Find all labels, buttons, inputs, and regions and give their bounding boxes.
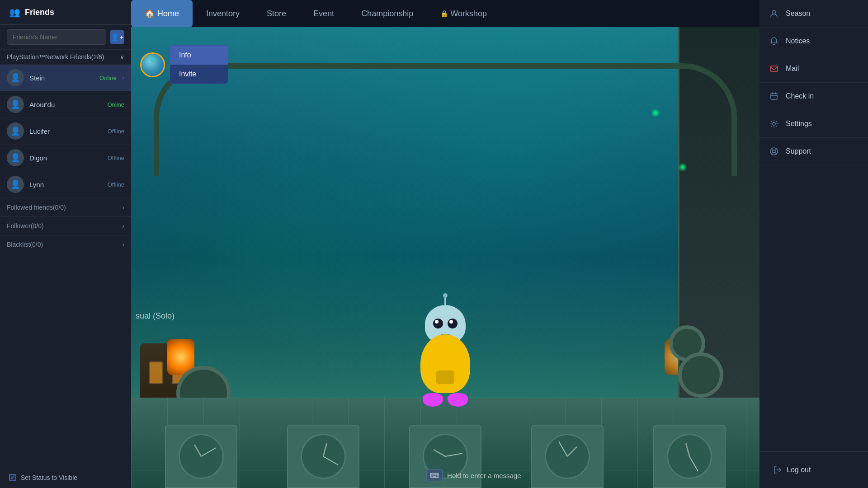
avatar-detail <box>150 57 156 63</box>
keyboard-icon: ⌨ <box>426 469 443 481</box>
friend-status: Online <box>99 75 117 81</box>
psn-section[interactable]: PlayStation™Network Friends(2/6) ∨ <box>0 50 131 65</box>
search-bar: 👤+ <box>0 25 131 50</box>
right-menu-notices[interactable]: Notices <box>760 28 868 55</box>
clock-minute-hand <box>445 453 462 457</box>
clock-tile <box>165 425 237 488</box>
friends-panel: 👥 Friends 👤+ PlayStation™Network Friends… <box>0 0 131 488</box>
notices-label: Notices <box>786 37 810 45</box>
home-icon: 🏠 <box>145 9 155 19</box>
character-antennae <box>444 296 446 305</box>
clock-face <box>301 434 346 479</box>
nav-workshop[interactable]: 🔒 Workshop <box>427 0 500 27</box>
context-menu-invite[interactable]: Invite <box>170 65 228 84</box>
friend-status: Online <box>107 101 124 108</box>
friend-status: Offline <box>108 181 124 188</box>
keyboard-hint-label: Hold to enter a message <box>447 472 521 479</box>
nav-championship-label: Championship <box>361 9 413 19</box>
player-character <box>409 307 481 407</box>
friend-avatar: 👤 <box>7 69 24 86</box>
clock-minute-hand <box>201 447 217 457</box>
clock-hour-hand <box>685 443 690 457</box>
friends-search-input[interactable] <box>7 29 106 45</box>
context-menu-info[interactable]: Info <box>170 46 228 65</box>
checkin-label: Check in <box>786 92 814 100</box>
right-menu-checkin[interactable]: Check in <box>760 83 868 110</box>
follower-section[interactable]: Follower(0/0) › <box>0 216 131 235</box>
mode-label: sual (Solo) <box>136 311 175 320</box>
right-menu-season[interactable]: Season <box>760 0 868 28</box>
friend-chevron-icon: › <box>122 74 124 82</box>
clock-minute-hand <box>323 456 339 465</box>
clock-face <box>179 434 224 479</box>
nav-event-label: Event <box>313 9 334 19</box>
friend-avatar: 👤 <box>7 149 24 166</box>
clock-hour-hand <box>567 446 577 457</box>
game-mode-text: sual (Solo) <box>136 311 175 321</box>
right-sidebar: Season Notices Mail Che <box>760 0 868 488</box>
friend-name: Arour'du <box>29 101 102 108</box>
right-menu-settings[interactable]: Settings <box>760 110 868 138</box>
character-eye-right <box>448 319 458 328</box>
followed-friends-label: Followed friends(0/0) <box>7 204 66 211</box>
friend-name: Digon <box>29 154 102 162</box>
status-visible-checkbox[interactable] <box>9 474 16 481</box>
nav-championship[interactable]: Championship <box>348 0 427 27</box>
friend-context-menu: Info Invite <box>140 45 228 84</box>
notices-icon <box>769 37 779 46</box>
clock-hour-hand <box>433 449 445 457</box>
friend-item[interactable]: 👤 Digon Offline <box>0 145 131 171</box>
nav-inventory[interactable]: Inventory <box>193 0 253 27</box>
nav-inventory-label: Inventory <box>206 9 240 19</box>
clock-face <box>667 434 712 479</box>
blacklist-section[interactable]: Blacklist(0/0) › <box>0 235 131 253</box>
psn-label: PlayStation™Network Friends(2/6) <box>7 53 104 61</box>
svg-rect-1 <box>770 66 778 71</box>
friend-item[interactable]: 👤 Lynn Offline <box>0 171 131 198</box>
friend-item[interactable]: 👤 Lucifer Offline <box>0 118 131 145</box>
right-menu-support[interactable]: Support <box>760 138 868 165</box>
mail-icon <box>769 64 779 73</box>
checkin-icon <box>769 92 779 101</box>
clock-minute-hand <box>558 441 568 457</box>
settings-icon <box>769 119 779 128</box>
follower-chevron-icon: › <box>122 222 124 230</box>
clock-tile <box>531 425 604 488</box>
nav-event[interactable]: Event <box>300 0 348 27</box>
building-window <box>149 361 163 384</box>
settings-label: Settings <box>786 120 812 128</box>
context-info-label: Info <box>179 51 191 59</box>
friend-name: Stein <box>29 74 94 82</box>
svg-point-0 <box>772 10 776 14</box>
psn-chevron-icon: ∨ <box>120 53 124 61</box>
nav-workshop-label: Workshop <box>450 9 487 19</box>
svg-point-3 <box>773 122 775 125</box>
friend-status: Offline <box>108 155 124 161</box>
nav-store[interactable]: Store <box>253 0 300 27</box>
character-foot-left <box>423 393 443 407</box>
context-menu-box: Info Invite <box>170 45 228 84</box>
follower-label: Follower(0/0) <box>7 222 44 230</box>
clock-face <box>545 434 590 479</box>
support-label: Support <box>786 147 811 155</box>
blacklist-chevron-icon: › <box>122 241 124 248</box>
friend-item[interactable]: 👤 Stein Online › <box>0 65 131 91</box>
top-nav: 🏠 Home Inventory Store Event Championshi… <box>131 0 760 27</box>
logout-section: Log out <box>760 451 868 488</box>
friends-header: 👥 Friends <box>0 0 131 25</box>
nav-home[interactable]: 🏠 Home <box>131 0 193 27</box>
glow-effect <box>678 163 687 172</box>
nav-store-label: Store <box>267 9 286 19</box>
followed-friends-section[interactable]: Followed friends(0/0) › <box>0 198 131 216</box>
mail-label: Mail <box>786 65 799 73</box>
friend-item[interactable]: 👤 Arour'du Online <box>0 91 131 118</box>
friend-name: Lucifer <box>29 127 102 135</box>
right-menu-mail[interactable]: Mail <box>760 55 868 83</box>
keyboard-hint: ⌨ Hold to enter a message <box>426 469 521 481</box>
logout-button[interactable]: Log out <box>769 461 859 479</box>
friends-title: Friends <box>25 8 54 17</box>
logout-label: Log out <box>787 466 811 474</box>
clock-hour-hand <box>323 443 328 457</box>
character-pocket <box>436 371 454 384</box>
add-friend-button[interactable]: 👤+ <box>110 30 124 44</box>
